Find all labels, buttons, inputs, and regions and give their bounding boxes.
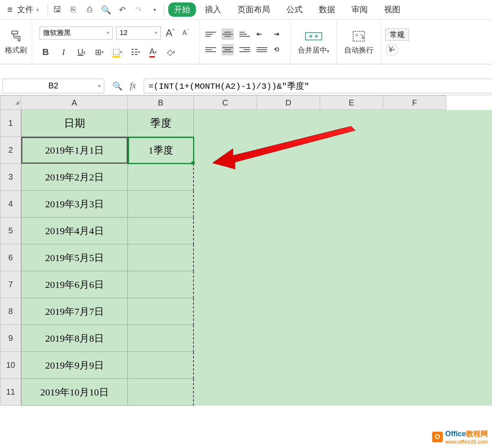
decrease-font-icon[interactable]: A− — [180, 27, 192, 39]
cell-A7[interactable]: 2019年6月6日 — [21, 271, 128, 298]
row-header[interactable]: 7 — [0, 271, 21, 298]
wrap-text-icon: a — [350, 29, 368, 44]
clear-format-button[interactable]: ◇▾ — [165, 46, 177, 58]
row-header[interactable]: 9 — [0, 325, 21, 352]
font-color-button[interactable]: A▾ — [147, 46, 159, 58]
row-header[interactable]: 2 — [0, 137, 21, 164]
format-brush-group[interactable]: 格式刷 — [0, 20, 32, 64]
cell-B7[interactable] — [128, 271, 194, 298]
col-header-F[interactable]: F — [383, 95, 446, 110]
cell-empty[interactable] — [194, 137, 446, 164]
cell-B10[interactable] — [128, 352, 194, 379]
select-all-corner[interactable] — [0, 95, 21, 110]
format-brush-icon — [9, 29, 23, 44]
print-preview-icon[interactable]: 🔍 — [101, 5, 111, 15]
wrap-text-button[interactable]: a 自动换行 — [337, 20, 381, 64]
align-left-icon[interactable] — [204, 44, 217, 55]
row-header[interactable]: 8 — [0, 298, 21, 325]
underline-button[interactable]: U▾ — [75, 46, 88, 58]
cell-B3[interactable] — [128, 164, 194, 191]
row-header[interactable]: 3 — [0, 164, 21, 191]
cell-empty[interactable] — [194, 110, 446, 137]
tab-data[interactable]: 数据 — [312, 2, 343, 17]
cell-A4[interactable]: 2019年3月3日 — [21, 191, 128, 217]
cell-A2[interactable]: 2019年1月1日 — [21, 137, 128, 164]
cell-A8[interactable]: 2019年7月7日 — [21, 298, 128, 325]
cell-B8[interactable] — [128, 298, 194, 325]
font-family-select[interactable]: 微软雅黑▾ — [40, 26, 113, 40]
row-header[interactable]: 10 — [0, 352, 21, 379]
cell-A1[interactable]: 日期 — [21, 110, 128, 137]
cell-A10[interactable]: 2019年9月9日 — [21, 352, 128, 379]
cell-B4[interactable] — [128, 191, 194, 217]
tab-review[interactable]: 审阅 — [344, 2, 375, 17]
formula-input[interactable]: =(INT(1+(MONTH(A2)-1)/3))&"季度" — [144, 79, 492, 93]
cell-style-button[interactable]: ☷▾ — [129, 46, 141, 58]
cell-A6[interactable]: 2019年5月5日 — [21, 244, 128, 271]
align-right-icon[interactable] — [239, 44, 251, 55]
cell-grid[interactable]: 日期 季度 2019年1月1日 1季度 2019年2月2日 2019年3月3日 … — [21, 110, 492, 406]
cell-B2[interactable]: 1季度 — [128, 137, 194, 164]
distribute-icon[interactable] — [256, 44, 268, 55]
number-format-select[interactable]: 常规 — [385, 29, 409, 41]
row-header[interactable]: 1 — [0, 110, 21, 137]
tab-view[interactable]: 视图 — [377, 2, 408, 17]
align-top-icon[interactable] — [204, 29, 217, 40]
print-icon[interactable]: ⎙ — [85, 5, 94, 15]
col-header-E[interactable]: E — [320, 95, 383, 110]
col-header-A[interactable]: A — [21, 95, 128, 110]
increase-font-icon[interactable]: A+ — [164, 27, 176, 39]
fx-icon[interactable]: fx — [130, 81, 136, 90]
cell-B6[interactable] — [128, 244, 194, 271]
column-headers: A B C D E F — [0, 95, 492, 110]
font-size-select[interactable]: 12▾ — [116, 26, 161, 40]
dropdown-icon[interactable]: ▾ — [150, 5, 160, 15]
col-header-D[interactable]: D — [257, 95, 320, 110]
undo-icon[interactable]: ↶ — [117, 5, 127, 15]
col-header-B[interactable]: B — [128, 95, 194, 110]
row-header[interactable]: 11 — [0, 379, 21, 406]
file-menu[interactable]: 文件 ∨ — [3, 2, 44, 18]
tab-start[interactable]: 开始 — [168, 2, 196, 17]
merge-center-button[interactable]: 合并居中▾ — [290, 20, 337, 64]
decrease-indent-icon[interactable]: ⇤ — [256, 29, 268, 40]
hamburger-icon — [7, 4, 15, 15]
divider — [48, 4, 48, 15]
row-header[interactable]: 4 — [0, 191, 21, 217]
tab-page-layout[interactable]: 页面布局 — [230, 2, 277, 17]
ribbon: 格式刷 微软雅黑▾ 12▾ A+ A− B I U▾ ⊞▾ ⬚▾ ☷▾ A▾ ◇… — [0, 20, 492, 64]
bold-button[interactable]: B — [40, 46, 52, 58]
cell-A3[interactable]: 2019年2月2日 — [21, 164, 128, 191]
align-bottom-icon[interactable] — [239, 29, 251, 40]
cell-A9[interactable]: 2019年8月8日 — [21, 325, 128, 352]
tab-formulas[interactable]: 公式 — [279, 2, 310, 17]
align-middle-icon[interactable] — [222, 29, 234, 40]
cell-B1[interactable]: 季度 — [128, 110, 194, 137]
save-icon[interactable]: 🖫 — [52, 5, 62, 15]
cell-B5[interactable] — [128, 217, 194, 244]
row-header[interactable]: 6 — [0, 244, 21, 271]
row-headers: 1 2 3 4 5 6 7 8 9 10 11 — [0, 110, 21, 406]
redo-icon[interactable]: ↷ — [134, 5, 143, 15]
cell-A5[interactable]: 2019年4月4日 — [21, 217, 128, 244]
fill-color-button[interactable]: ⬚▾ — [111, 46, 123, 58]
row-header[interactable]: 5 — [0, 217, 21, 244]
col-header-C[interactable]: C — [194, 95, 257, 110]
tab-insert[interactable]: 插入 — [198, 2, 228, 17]
cell-A11[interactable]: 2019年10月10日 — [21, 379, 128, 406]
cell-B9[interactable] — [128, 325, 194, 352]
save-as-icon[interactable]: ⎘ — [68, 5, 78, 15]
alignment-group: ⇤ ⇥ ⟲ — [200, 20, 290, 64]
orientation-icon[interactable]: ⟲ — [273, 44, 285, 55]
font-group: 微软雅黑▾ 12▾ A+ A− B I U▾ ⊞▾ ⬚▾ ☷▾ A▾ ◇▾ — [32, 20, 200, 64]
italic-button[interactable]: I — [57, 46, 70, 58]
cell-B11[interactable] — [128, 379, 194, 406]
border-button[interactable]: ⊞▾ — [93, 46, 105, 58]
zoom-icon[interactable]: 🔍 — [112, 81, 123, 91]
currency-button[interactable]: ¥▾ — [385, 44, 398, 55]
chevron-down-icon: ∨ — [36, 7, 40, 13]
name-box[interactable]: B2 — [2, 79, 104, 93]
file-label: 文件 — [17, 4, 33, 15]
increase-indent-icon[interactable]: ⇥ — [273, 29, 285, 40]
align-center-icon[interactable] — [222, 44, 234, 55]
